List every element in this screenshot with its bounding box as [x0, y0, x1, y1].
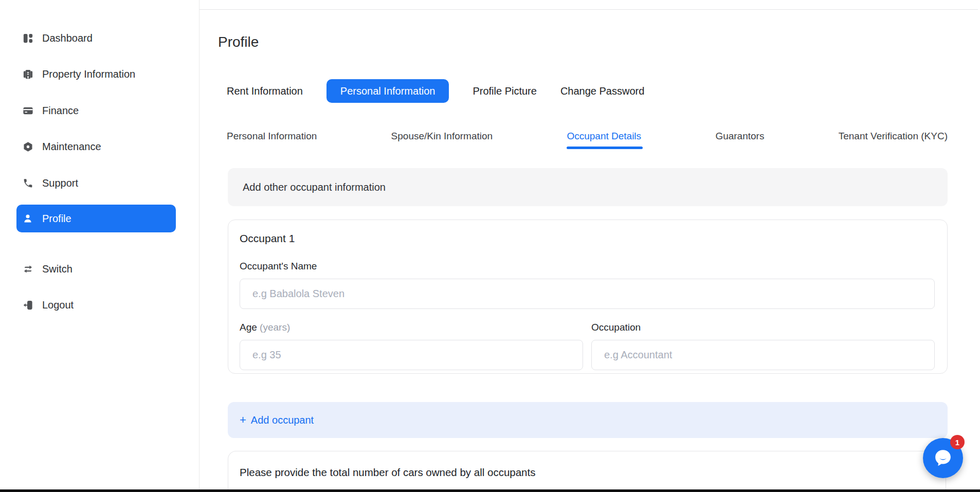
occupant-name-label: Occupant's Name	[240, 261, 935, 272]
support-icon	[22, 177, 34, 189]
sidebar-item-label: Dashboard	[42, 32, 93, 44]
sidebar-item-dashboard[interactable]: Dashboard	[22, 30, 93, 46]
age-occupation-row: Age (years) Occupation	[240, 309, 935, 370]
cars-owned-text: Please provide the total number of cars …	[240, 466, 535, 478]
switch-icon	[22, 263, 34, 275]
sidebar-item-label: Support	[42, 177, 78, 189]
age-label: Age (years)	[240, 322, 583, 333]
logout-icon	[22, 299, 34, 311]
maintenance-icon	[22, 140, 34, 153]
bottom-border	[0, 489, 980, 492]
age-label-hint: (years)	[260, 322, 290, 333]
sidebar-item-switch[interactable]: Switch	[22, 261, 72, 277]
subtab-spouse-kin-information[interactable]: Spouse/Kin Information	[391, 130, 493, 142]
profile-tabs: Rent Information Personal Information Pr…	[227, 79, 644, 103]
sidebar-item-label: Switch	[42, 263, 72, 275]
dashboard-icon	[22, 32, 34, 44]
occupation-column: Occupation	[591, 309, 935, 370]
add-occupant-button[interactable]: + Add occupant	[240, 414, 314, 426]
top-bar	[199, 0, 978, 10]
subtab-label: Occupant Details	[567, 131, 641, 141]
page-title: Profile	[218, 34, 259, 50]
sidebar-item-property-information[interactable]: Property Information	[22, 66, 135, 82]
sidebar-item-finance[interactable]: Finance	[22, 103, 79, 118]
plus-icon: +	[240, 415, 246, 425]
chat-unread-badge: 1	[950, 435, 965, 449]
tab-personal-information-active[interactable]: Personal Information	[326, 79, 449, 103]
add-occupant-section: + Add occupant	[228, 402, 948, 438]
sidebar-item-label: Finance	[42, 105, 79, 117]
sidebar-item-support[interactable]: Support	[22, 175, 78, 191]
subtab-occupant-details-active[interactable]: Occupant Details	[567, 130, 641, 142]
finance-icon	[22, 104, 34, 117]
subtab-guarantors[interactable]: Guarantors	[715, 130, 764, 142]
section-banner: Add other occupant information	[228, 168, 948, 206]
occupant-card-title: Occupant 1	[240, 232, 935, 245]
sidebar-item-profile-active[interactable]: Profile	[16, 205, 176, 232]
sidebar-item-label: Profile	[42, 213, 71, 225]
sidebar: Dashboard Property Information Finance M…	[0, 0, 199, 489]
section-banner-text: Add other occupant information	[243, 181, 386, 193]
app-root: Dashboard Property Information Finance M…	[0, 0, 980, 492]
sidebar-item-maintenance[interactable]: Maintenance	[22, 139, 101, 154]
add-occupant-label: Add occupant	[251, 414, 314, 426]
occupation-label: Occupation	[591, 322, 935, 333]
sidebar-item-label: Logout	[42, 299, 74, 311]
personal-info-subtabs: Personal Information Spouse/Kin Informat…	[227, 130, 948, 142]
profile-icon	[22, 212, 34, 225]
tab-change-password[interactable]: Change Password	[560, 85, 644, 97]
occupant-card: Occupant 1 Occupant's Name Age (years) O…	[228, 220, 948, 374]
age-input[interactable]	[240, 340, 583, 370]
occupant-name-input[interactable]	[240, 279, 935, 309]
chat-bubble-icon	[932, 447, 954, 469]
tab-profile-picture[interactable]: Profile Picture	[473, 85, 537, 97]
active-subtab-underline	[567, 147, 643, 149]
sidebar-item-label: Property Information	[42, 68, 135, 80]
age-label-text: Age	[240, 322, 257, 333]
property-icon	[22, 68, 34, 80]
occupation-input[interactable]	[591, 340, 935, 370]
subtab-tenant-verification-kyc[interactable]: Tenant Verification (KYC)	[839, 130, 948, 142]
cars-owned-card: Please provide the total number of cars …	[228, 451, 946, 492]
tab-rent-information[interactable]: Rent Information	[227, 85, 303, 97]
age-column: Age (years)	[240, 309, 583, 370]
sidebar-item-label: Maintenance	[42, 141, 101, 153]
subtab-personal-information[interactable]: Personal Information	[227, 130, 317, 142]
sidebar-item-logout[interactable]: Logout	[22, 297, 74, 313]
